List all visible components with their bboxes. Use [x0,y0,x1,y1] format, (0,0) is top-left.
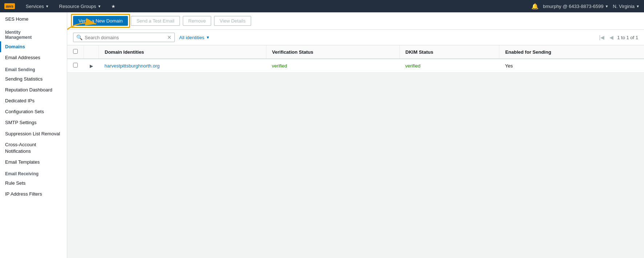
header-enabled-for-sending: Enabled for Sending [499,45,644,59]
domain-link[interactable]: harvestpittsburghnorth.org [105,63,160,69]
top-navigation: aws Services ▼ Resource Groups ▼ ★ 🔔 bmu… [0,0,644,12]
sidebar-item-domains[interactable]: Domains [0,41,67,52]
sidebar-item-cross-account-notifications[interactable]: Cross-AccountNotifications [0,139,67,157]
services-label: Services [26,4,44,9]
sidebar-item-rule-sets[interactable]: Rule Sets [0,178,67,189]
sidebar-item-smtp-settings[interactable]: SMTP Settings [0,117,67,128]
verify-new-domain-button[interactable]: Verify a New Domain [73,16,128,26]
verify-button-wrapper: Verify a New Domain [73,16,128,26]
favorites-icon[interactable]: ★ [109,2,118,11]
first-page-button[interactable]: |◀ [598,34,606,41]
notification-bell-icon[interactable]: 🔔 [531,3,539,10]
header-dkim-status: DKIM Status [399,45,499,59]
remove-button[interactable]: Remove [183,16,211,26]
user-menu[interactable]: bmurphy @ 6433-8873-6599 ▼ [543,4,608,9]
header-expand [84,45,99,59]
user-label: bmurphy @ 6433-8873-6599 [543,4,603,9]
enabled-for-sending-cell: Yes [499,59,644,73]
resource-groups-menu[interactable]: Resource Groups ▼ [57,2,104,11]
sidebar-item-dedicated-ips[interactable]: Dedicated IPs [0,95,67,106]
resource-groups-label: Resource Groups [59,4,96,9]
pagination: |◀ ◀ 1 to 1 of 1 [598,34,638,41]
sidebar-item-ip-address-filters[interactable]: IP Address Filters [0,189,67,200]
sidebar-group-email-receiving: Email Receiving [0,168,67,178]
table-row: ▶ harvestpittsburghnorth.org verified ve… [67,59,644,73]
row-expand-cell[interactable]: ▶ [84,59,99,73]
prev-page-button[interactable]: ◀ [608,34,615,41]
header-select-all[interactable] [67,45,84,59]
services-menu[interactable]: Services ▼ [24,2,51,11]
main-layout: SES Home IdentityManagement Domains Emai… [0,12,644,258]
aws-logo[interactable]: aws [4,3,15,9]
table-header-row: Domain Identities Verification Status DK… [67,45,644,59]
view-details-button[interactable]: View Details [214,16,251,26]
top-nav-right: 🔔 bmurphy @ 6433-8873-6599 ▼ N. Virginia… [531,3,640,10]
search-icon: 🔍 [76,34,82,40]
clear-search-icon[interactable]: ✕ [167,34,172,40]
send-test-email-button[interactable]: Send a Test Email [131,16,180,26]
verification-status-cell: verified [266,59,399,73]
sidebar-item-reputation-dashboard[interactable]: Reputation Dashboard [0,85,67,95]
row-checkbox[interactable] [73,63,78,67]
toolbar: Verify a New Domain Send a Test Email Re… [67,12,644,30]
search-input[interactable] [85,35,165,40]
region-label: N. Virginia [613,4,635,9]
filter-bar: 🔍 ✕ All identities ▼ |◀ ◀ 1 to 1 of 1 [67,30,644,45]
region-menu[interactable]: N. Virginia ▼ [613,4,640,9]
sidebar-item-email-templates[interactable]: Email Templates [0,157,67,168]
row-checkbox-cell[interactable] [67,59,84,73]
main-content: Verify a New Domain Send a Test Email Re… [67,12,644,258]
services-chevron-icon: ▼ [45,4,49,8]
domain-identity-cell: harvestpittsburghnorth.org [99,59,266,73]
all-identities-label: All identities [179,35,204,40]
table: Domain Identities Verification Status DK… [67,45,644,73]
resource-groups-chevron-icon: ▼ [97,4,101,8]
sidebar-group-identity-management: IdentityManagement [0,26,67,41]
sidebar-item-ses-home[interactable]: SES Home [0,12,67,26]
dkim-status-cell: verified [399,59,499,73]
sidebar-item-suppression-list-removal[interactable]: Suppression List Removal [0,128,67,139]
sidebar-group-email-sending: Email Sending [0,64,67,74]
all-identities-dropdown[interactable]: All identities ▼ [179,35,210,40]
header-domain-identities: Domain Identities [99,45,266,59]
enabled-for-sending-value: Yes [505,63,513,69]
sidebar: SES Home IdentityManagement Domains Emai… [0,12,67,258]
dkim-status-value: verified [405,63,420,69]
expand-row-button[interactable]: ▶ [90,64,93,69]
region-chevron-icon: ▼ [636,4,640,8]
sidebar-item-email-addresses[interactable]: Email Addresses [0,52,67,63]
search-box[interactable]: 🔍 ✕ [73,33,175,42]
header-verification-status: Verification Status [266,45,399,59]
select-all-checkbox[interactable] [73,49,78,54]
all-identities-chevron-icon: ▼ [206,35,210,40]
pagination-label: 1 to 1 of 1 [617,35,638,40]
sidebar-item-sending-statistics[interactable]: Sending Statistics [0,74,67,85]
domains-table: Domain Identities Verification Status DK… [67,45,644,73]
verification-status-value: verified [272,63,287,69]
user-chevron-icon: ▼ [605,4,608,8]
sidebar-item-configuration-sets[interactable]: Configuration Sets [0,106,67,117]
